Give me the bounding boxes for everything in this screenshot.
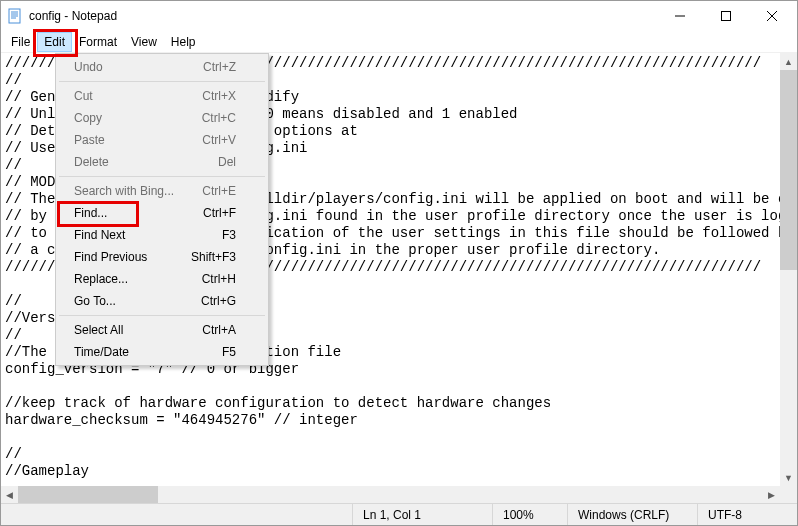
menu-help[interactable]: Help [164, 32, 203, 52]
menu-file[interactable]: File [4, 32, 37, 52]
menu-item-label: Undo [74, 60, 103, 74]
menu-item-shortcut: Ctrl+A [202, 323, 236, 337]
menu-item-select-all[interactable]: Select AllCtrl+A [58, 319, 266, 341]
scroll-left-arrow[interactable]: ◀ [1, 486, 18, 503]
menu-item-label: Go To... [74, 294, 116, 308]
menu-item-label: Replace... [74, 272, 128, 286]
menu-item-cut: CutCtrl+X [58, 85, 266, 107]
menu-item-shortcut: Ctrl+X [202, 89, 236, 103]
menu-item-undo: UndoCtrl+Z [58, 56, 266, 78]
menu-item-delete: DeleteDel [58, 151, 266, 173]
menu-item-shortcut: F3 [222, 228, 236, 242]
statusbar: Ln 1, Col 1 100% Windows (CRLF) UTF-8 [1, 503, 797, 525]
status-cursor-position: Ln 1, Col 1 [352, 504, 492, 525]
window-controls [657, 1, 795, 31]
menu-item-shortcut: Ctrl+V [202, 133, 236, 147]
menu-item-shortcut: F5 [222, 345, 236, 359]
horizontal-scrollbar[interactable]: ◀ ▶ [1, 486, 780, 503]
menubar: FileEditFormatViewHelp [1, 31, 797, 53]
menu-item-shortcut: Ctrl+Z [203, 60, 236, 74]
menu-separator [59, 81, 265, 82]
menu-item-go-to[interactable]: Go To...Ctrl+G [58, 290, 266, 312]
scroll-right-arrow[interactable]: ▶ [763, 486, 780, 503]
menu-item-replace[interactable]: Replace...Ctrl+H [58, 268, 266, 290]
close-button[interactable] [749, 1, 795, 31]
menu-format[interactable]: Format [72, 32, 124, 52]
menu-item-label: Time/Date [74, 345, 129, 359]
notepad-icon [7, 8, 23, 24]
menu-item-find-next[interactable]: Find NextF3 [58, 224, 266, 246]
maximize-button[interactable] [703, 1, 749, 31]
menu-separator [59, 315, 265, 316]
titlebar: config - Notepad [1, 1, 797, 31]
menu-item-find[interactable]: Find...Ctrl+F [58, 202, 266, 224]
menu-item-label: Find... [74, 206, 107, 220]
status-zoom: 100% [492, 504, 567, 525]
menu-item-shortcut: Ctrl+C [202, 111, 236, 125]
scroll-down-arrow[interactable]: ▼ [780, 469, 797, 486]
menu-item-label: Paste [74, 133, 105, 147]
horizontal-scroll-thumb[interactable] [18, 486, 158, 503]
menu-item-shortcut: Ctrl+F [203, 206, 236, 220]
menu-item-shortcut: Ctrl+E [202, 184, 236, 198]
statusbar-spacer [1, 504, 352, 525]
menu-separator [59, 176, 265, 177]
vertical-scrollbar[interactable]: ▲ ▼ [780, 53, 797, 486]
menu-item-label: Find Next [74, 228, 125, 242]
menu-item-label: Search with Bing... [74, 184, 174, 198]
menu-item-copy: CopyCtrl+C [58, 107, 266, 129]
menu-item-search-with-bing: Search with Bing...Ctrl+E [58, 180, 266, 202]
menu-item-time-date[interactable]: Time/DateF5 [58, 341, 266, 363]
status-line-ending: Windows (CRLF) [567, 504, 697, 525]
edit-menu-dropdown: UndoCtrl+ZCutCtrl+XCopyCtrl+CPasteCtrl+V… [55, 53, 269, 366]
status-encoding: UTF-8 [697, 504, 797, 525]
menu-item-label: Find Previous [74, 250, 147, 264]
menu-item-label: Cut [74, 89, 93, 103]
menu-edit[interactable]: Edit [37, 32, 72, 52]
menu-item-label: Delete [74, 155, 109, 169]
menu-item-shortcut: Shift+F3 [191, 250, 236, 264]
svg-rect-6 [722, 12, 731, 21]
minimize-button[interactable] [657, 1, 703, 31]
menu-item-shortcut: Ctrl+G [201, 294, 236, 308]
menu-view[interactable]: View [124, 32, 164, 52]
menu-item-find-previous[interactable]: Find PreviousShift+F3 [58, 246, 266, 268]
scroll-corner [780, 486, 797, 503]
vertical-scroll-thumb[interactable] [780, 70, 797, 270]
scroll-up-arrow[interactable]: ▲ [780, 53, 797, 70]
menu-item-label: Select All [74, 323, 123, 337]
window-title: config - Notepad [29, 9, 657, 23]
menu-item-shortcut: Ctrl+H [202, 272, 236, 286]
menu-item-label: Copy [74, 111, 102, 125]
menu-item-shortcut: Del [218, 155, 236, 169]
menu-item-paste: PasteCtrl+V [58, 129, 266, 151]
